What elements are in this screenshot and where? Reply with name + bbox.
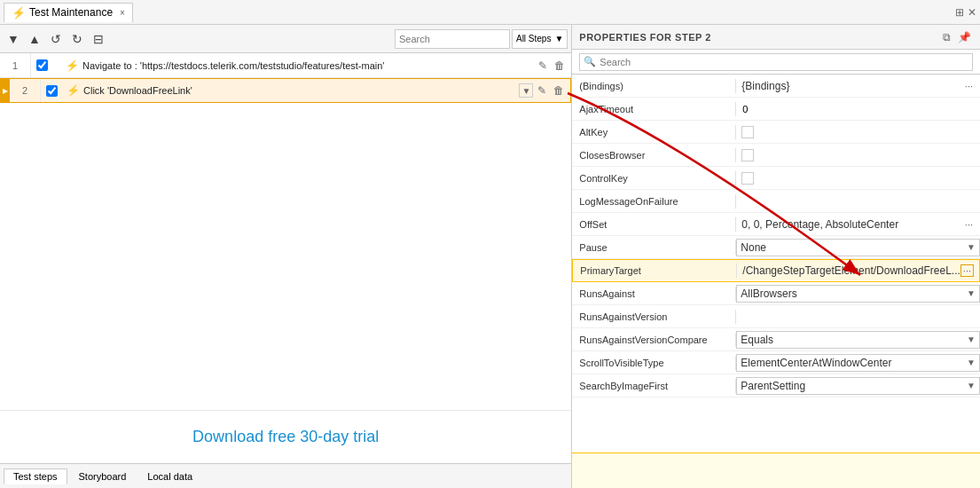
- pause-dropdown-arrow: ▼: [967, 242, 976, 252]
- properties-search-input[interactable]: [600, 57, 968, 67]
- properties-header: PROPERTIES FOR STEP 2 ⧉ 📌: [572, 25, 980, 50]
- prop-dots-primarytarget-btn[interactable]: ···: [960, 264, 974, 277]
- steps-table: 1 ⚡ Navigate to : 'https://testdocs.tele…: [0, 53, 571, 410]
- scrolltovisible-value: ElementCenterAtWindowCenter: [741, 357, 963, 369]
- runsagainst-value: AllBrowsers: [741, 287, 963, 300]
- versioncompare-dropdown-arrow: ▼: [967, 335, 976, 344]
- step-expand-btn-2[interactable]: ▼: [519, 83, 533, 98]
- prop-checkbox[interactable]: [741, 126, 754, 138]
- step-delete-btn-2[interactable]: 🗑: [551, 83, 567, 98]
- download-text: Download free 30-day trial: [192, 428, 379, 446]
- prop-value[interactable]: None ▼: [736, 239, 980, 256]
- prop-name: AltKey: [572, 125, 736, 139]
- prop-value[interactable]: ElementCenterAtWindowCenter ▼: [736, 354, 980, 372]
- step-checkbox-2[interactable]: [41, 85, 63, 97]
- pause-dropdown[interactable]: None ▼: [736, 239, 980, 256]
- step-content-1: ⚡ Navigate to : 'https://testdocs.teleri…: [62, 59, 536, 72]
- property-row-scrolltovisible: ScrollToVisibleType ElementCenterAtWindo…: [572, 351, 980, 374]
- steps-area: 1 ⚡ Navigate to : 'https://testdocs.tele…: [0, 53, 571, 463]
- prop-name: ControlKey: [572, 171, 736, 185]
- step-actions-1: ✎ 🗑: [536, 59, 571, 73]
- test-maintenance-tab[interactable]: ⚡ Test Maintenance ×: [4, 3, 133, 22]
- property-row-offset: OffSet 0, 0, Percentage, AbsoluteCenter …: [572, 213, 980, 236]
- step-delete-btn-1[interactable]: 🗑: [552, 59, 568, 73]
- table-row[interactable]: ▶ 2 ⚡ Click 'DownloadFreeLink' ▼ ✎: [0, 78, 571, 103]
- filter-label: All Steps: [516, 34, 551, 43]
- runsagainst-dropdown-arrow: ▼: [967, 288, 976, 298]
- prop-name: RunsAgainstVersion: [572, 310, 736, 324]
- step-icon-2: ⚡: [67, 84, 80, 97]
- toolbar-collapse-btn[interactable]: ⊟: [89, 29, 108, 49]
- properties-pin-btn[interactable]: 📌: [956, 29, 973, 45]
- toolbar-up-btn[interactable]: ▲: [25, 29, 44, 49]
- search-icon: 🔍: [584, 56, 596, 67]
- prop-value-text: {Bindings}: [741, 80, 962, 92]
- prop-dots-btn[interactable]: ···: [963, 219, 975, 230]
- toolbar-redo-btn[interactable]: ↻: [67, 29, 87, 49]
- tab-local-data[interactable]: Local data: [137, 468, 202, 484]
- prop-checkbox[interactable]: [741, 149, 754, 161]
- pin-icon[interactable]: ⊞: [955, 6, 964, 19]
- property-row-controlkey: ControlKey: [572, 167, 980, 190]
- prop-checkbox[interactable]: [741, 172, 754, 185]
- searchbyimagefirst-dropdown[interactable]: ParentSetting ▼: [736, 377, 980, 395]
- prop-value-text: /ChangeStepTargetElement/DownloadFreeL..…: [742, 264, 960, 277]
- property-row-ajax: AjaxTimeout: [572, 98, 980, 121]
- prop-input[interactable]: [741, 103, 975, 115]
- property-row-primarytarget: PrimaryTarget /ChangeStepTargetElement/D…: [572, 259, 980, 282]
- prop-value: [736, 170, 980, 186]
- property-row-searchbyimagefirst: SearchByImageFirst ParentSetting ▼: [572, 374, 980, 397]
- tab-test-steps[interactable]: Test steps: [4, 468, 67, 484]
- scrolltovisible-dropdown[interactable]: ElementCenterAtWindowCenter ▼: [736, 354, 980, 372]
- prop-name: SearchByImageFirst: [572, 379, 736, 393]
- filter-dropdown[interactable]: All Steps ▼: [512, 29, 568, 49]
- search-input[interactable]: [399, 34, 506, 44]
- property-row-runsagainstversioncompare: RunsAgainstVersionCompare Equals ▼: [572, 328, 980, 351]
- prop-value[interactable]: ParentSetting ▼: [736, 377, 980, 395]
- prop-input[interactable]: [741, 195, 975, 208]
- prop-value[interactable]: Equals ▼: [736, 331, 980, 349]
- properties-external-btn[interactable]: ⧉: [941, 29, 953, 45]
- step-edit-btn-2[interactable]: ✎: [535, 83, 549, 98]
- step-text-1: Navigate to : 'https://testdocs.telerik.…: [82, 60, 532, 71]
- table-row[interactable]: 1 ⚡ Navigate to : 'https://testdocs.tele…: [0, 53, 571, 78]
- search-box: [395, 29, 510, 49]
- prop-value: [736, 147, 980, 163]
- runsagainst-dropdown[interactable]: AllBrowsers ▼: [736, 285, 980, 303]
- properties-grid: (Bindings) {Bindings} ··· AjaxTimeout Al…: [572, 75, 980, 453]
- property-row-closesbrowser: ClosesBrowser: [572, 144, 980, 167]
- pause-value: None: [741, 241, 963, 254]
- step-checkbox-1[interactable]: [31, 59, 53, 71]
- prop-name: AjaxTimeout: [572, 102, 736, 116]
- prop-name: (Bindings): [572, 79, 736, 93]
- prop-value-text: 0, 0, Percentage, AbsoluteCenter: [741, 218, 962, 231]
- row-selection-marker: ▶: [3, 87, 8, 95]
- properties-title: PROPERTIES FOR STEP 2: [579, 32, 937, 43]
- prop-name: RunsAgainstVersionCompare: [572, 333, 736, 347]
- toolbar-undo-btn[interactable]: ↺: [46, 29, 66, 49]
- step-text-2: Click 'DownloadFreeLink': [83, 85, 515, 96]
- prop-name: ClosesBrowser: [572, 148, 736, 162]
- step-number-2: 2: [10, 79, 41, 102]
- prop-dots-btn[interactable]: ···: [963, 81, 975, 91]
- tab-close-button[interactable]: ×: [120, 8, 125, 18]
- prop-value: [736, 309, 980, 325]
- property-row-runsagainst: RunsAgainst AllBrowsers ▼: [572, 282, 980, 305]
- step-content-2: ⚡ Click 'DownloadFreeLink': [63, 84, 519, 97]
- prop-input[interactable]: [741, 311, 975, 323]
- tab-bar: ⚡ Test Maintenance × ⊞ ✕: [0, 0, 980, 25]
- property-row-logmessage: LogMessageOnFailure: [572, 190, 980, 213]
- properties-bottom-strip: [572, 453, 980, 488]
- tab-storyboard[interactable]: Storyboard: [69, 468, 137, 484]
- properties-panel: PROPERTIES FOR STEP 2 ⧉ 📌 🔍 (Bindings) {…: [572, 25, 980, 488]
- tab-icon: ⚡: [12, 6, 26, 20]
- versioncompare-dropdown[interactable]: Equals ▼: [736, 331, 980, 349]
- toolbar: ▼ ▲ ↺ ↻ ⊟ All Steps ▼: [0, 25, 571, 53]
- prop-name: RunsAgainst: [572, 287, 736, 301]
- property-row-pause: Pause None ▼: [572, 236, 980, 259]
- prop-value: /ChangeStepTargetElement/DownloadFreeL..…: [737, 263, 979, 279]
- step-edit-btn-1[interactable]: ✎: [536, 59, 550, 73]
- prop-value[interactable]: AllBrowsers ▼: [736, 285, 980, 303]
- toolbar-down-btn[interactable]: ▼: [4, 29, 23, 49]
- settings-icon[interactable]: ✕: [968, 6, 976, 19]
